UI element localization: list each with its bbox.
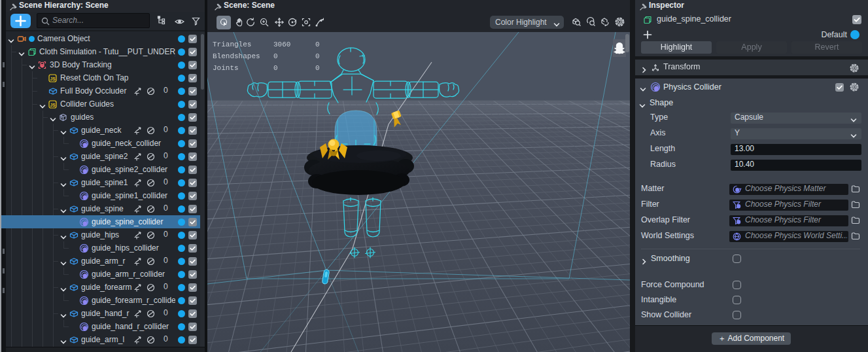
svg-text:3060: 3060	[273, 41, 290, 48]
svg-text:JS: JS	[50, 103, 56, 107]
svg-text:JS: JS	[50, 77, 56, 81]
svg-text:Triangles: Triangles	[213, 41, 251, 48]
svg-text:0: 0	[273, 52, 278, 60]
svg-text:Blendshapes: Blendshapes	[213, 52, 260, 60]
svg-text:0: 0	[273, 64, 278, 72]
svg-text:0: 0	[315, 41, 320, 48]
svg-text:0: 0	[315, 64, 320, 72]
svg-text:Joints: Joints	[213, 64, 239, 72]
svg-text:0: 0	[315, 52, 320, 60]
